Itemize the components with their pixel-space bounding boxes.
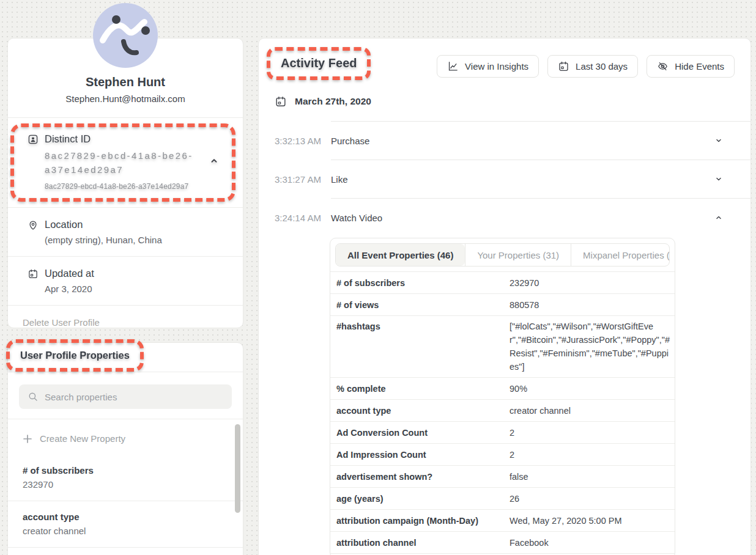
distinct-id-section: Distinct ID 8ac27829-ebcd-41a8-be26-a37e… — [28, 133, 226, 191]
calendar-icon — [275, 95, 287, 108]
property-value: 232970 — [23, 479, 228, 490]
event-name: Purchase — [331, 136, 369, 146]
property-value: false — [510, 470, 528, 483]
date-range-button[interactable]: Last 30 days — [547, 55, 638, 78]
activity-feed-title-annotation: Activity Feed — [267, 47, 371, 80]
delete-user-profile-link[interactable]: Delete User Profile — [8, 306, 243, 339]
table-row: account type creator channel — [330, 399, 675, 421]
table-row: #hashtags ["#lolCats","#Wilson","#WorstG… — [330, 315, 675, 377]
event-row-watch-video[interactable]: 3:24:14 AM Watch Video — [259, 199, 750, 237]
property-key: age (years) — [336, 494, 510, 504]
table-row: # of views 880578 — [330, 293, 675, 315]
search-icon — [28, 391, 39, 402]
property-key: Ad Impression Count — [336, 450, 510, 460]
chevron-up-icon[interactable] — [714, 213, 723, 222]
table-row: age (years) 26 — [330, 487, 675, 509]
view-in-insights-label: View in Insights — [465, 61, 528, 72]
scrollbar-thumb[interactable] — [235, 424, 240, 513]
event-time: 3:24:14 AM — [275, 213, 331, 223]
event-properties-panel: All Event Properties (46) Your Propertie… — [330, 238, 675, 555]
create-new-property-button[interactable]: Create New Property — [8, 419, 243, 450]
updated-at-label: Updated at — [45, 268, 94, 279]
table-row: attribution campaign (Month-Day) Wed, Ma… — [330, 509, 675, 531]
user-profile-card: Stephen Hunt Stephen.Hunt@hotmailx.com D… — [7, 38, 243, 328]
location-pin-icon — [28, 219, 39, 230]
property-value: 2 — [510, 448, 514, 461]
collapse-distinct-id-button[interactable] — [207, 154, 221, 167]
create-new-property-label: Create New Property — [40, 433, 125, 444]
distinct-id-label: Distinct ID — [45, 133, 91, 145]
property-key: account type — [336, 406, 510, 416]
table-row: % complete 90% — [330, 377, 675, 399]
location-section: Location (empty string), Hunan, China — [8, 208, 243, 256]
hide-events-button[interactable]: Hide Events — [647, 55, 735, 78]
tab-mixpanel-properties[interactable]: Mixpanel Properties (15) — [571, 244, 670, 266]
mixpanel-user-profile-page: Stephen Hunt Stephen.Hunt@hotmailx.com D… — [0, 0, 756, 555]
activity-feed-card: Activity Feed View in Insights — [258, 38, 751, 555]
search-properties-box — [19, 384, 232, 409]
property-name: # of subscribers — [23, 465, 228, 476]
event-row-purchase[interactable]: 3:32:13 AM Purchase — [259, 122, 750, 160]
distinct-id-annotation: Distinct ID 8ac27829-ebcd-41a8-be26-a37e… — [10, 123, 235, 202]
table-row: advertisement shown? false — [330, 465, 675, 487]
chevron-up-icon — [210, 156, 218, 165]
property-key: # of subscribers — [336, 278, 510, 288]
property-name: account type — [23, 512, 228, 522]
property-list-item[interactable]: # of subscribers 232970 — [8, 450, 243, 501]
eye-off-icon — [657, 61, 669, 72]
properties-list: Create New Property # of subscribers 232… — [8, 419, 243, 554]
user-profile-properties-card: User Profile Properties Create New Prope… — [7, 342, 243, 555]
chevron-down-icon[interactable] — [714, 136, 723, 145]
table-row: Ad Impression Count 2 — [330, 443, 675, 465]
property-value: 2 — [510, 426, 514, 439]
property-key: attribution campaign (Month-Day) — [336, 516, 510, 526]
date-range-label: Last 30 days — [576, 61, 628, 72]
event-name: Watch Video — [331, 213, 382, 223]
table-row: Ad Conversion Count 2 — [330, 421, 675, 443]
property-value: creator channel — [510, 404, 571, 417]
profile-name: Stephen Hunt — [8, 75, 243, 89]
date-header-label: March 27th, 2020 — [295, 96, 371, 107]
property-key: Ad Conversion Count — [336, 428, 510, 438]
event-row-like[interactable]: 3:31:27 AM Like — [259, 160, 750, 198]
tab-your-properties[interactable]: Your Properties (31) — [465, 244, 571, 266]
tab-all-event-properties[interactable]: All Event Properties (46) — [336, 244, 465, 266]
table-row: attribution channel Facebook — [330, 531, 675, 553]
properties-header: User Profile Properties — [8, 343, 243, 372]
view-in-insights-button[interactable]: View in Insights — [437, 55, 539, 78]
calendar-icon — [28, 268, 39, 279]
event-time: 3:32:13 AM — [275, 136, 331, 146]
updated-at-section: Updated at Apr 3, 2020 — [8, 257, 243, 305]
id-badge-icon — [28, 134, 39, 145]
line-chart-icon — [447, 61, 459, 72]
event-name: Like — [331, 174, 348, 185]
property-key: advertisement shown? — [336, 472, 510, 482]
property-key: % complete — [336, 384, 510, 394]
property-value: 880578 — [510, 298, 539, 312]
search-properties-input[interactable] — [45, 392, 223, 402]
property-key: #hashtags — [336, 320, 510, 331]
property-value: 232970 — [510, 276, 539, 290]
properties-title-annotation: User Profile Properties — [6, 339, 144, 372]
property-value: 26 — [510, 492, 519, 505]
table-row: # of subscribers 232970 — [330, 271, 675, 293]
activity-feed-title: Activity Feed — [281, 56, 357, 70]
location-label: Location — [45, 219, 83, 230]
distinct-id-sub-value: 8ac27829-ebcd-41a8-be26-a37e14ed29a7 — [45, 182, 226, 191]
event-time: 3:31:27 AM — [275, 174, 331, 185]
event-properties-tabs: All Event Properties (46) Your Propertie… — [335, 243, 670, 266]
location-value: (empty string), Hunan, China — [45, 235, 228, 245]
property-value: ["#lolCats","#Wilson","#WorstGiftEver","… — [510, 320, 670, 373]
divider — [8, 117, 243, 118]
calendar-icon — [558, 61, 569, 72]
property-key: attribution channel — [336, 538, 510, 548]
hide-events-label: Hide Events — [675, 61, 724, 72]
property-value: Facebook — [510, 536, 549, 549]
updated-at-value: Apr 3, 2020 — [45, 284, 228, 294]
event-properties-table: # of subscribers 232970 # of views 88057… — [330, 271, 675, 555]
chevron-down-icon[interactable] — [714, 175, 723, 183]
profile-email: Stephen.Hunt@hotmailx.com — [8, 94, 243, 104]
property-list-item[interactable]: account type creator channel — [8, 501, 243, 548]
property-value: Wed, May 27, 2020 5:00 PM — [510, 514, 622, 527]
property-key: # of views — [336, 300, 510, 310]
